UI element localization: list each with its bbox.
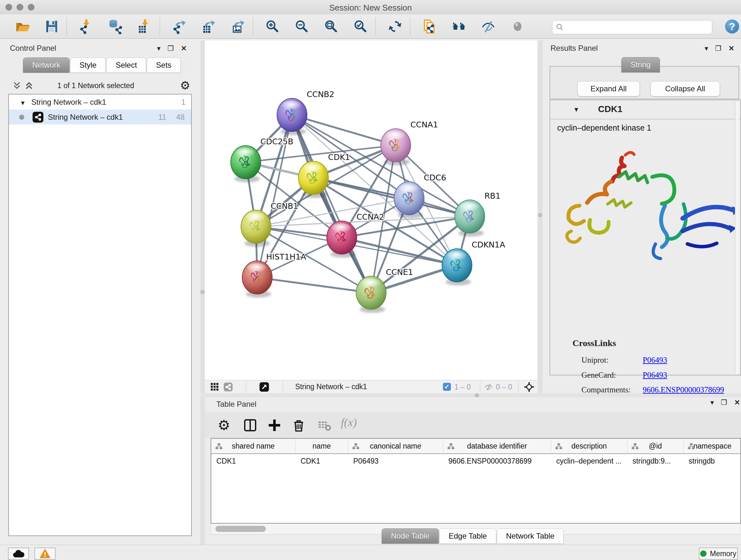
- open-in-new-window-icon[interactable]: [259, 382, 269, 392]
- panel-menu-icon[interactable]: ▾: [704, 45, 708, 52]
- right-splitter-knob[interactable]: [538, 213, 542, 217]
- collapse-all-button[interactable]: Collapse All: [650, 81, 720, 97]
- import-database-button[interactable]: [108, 19, 123, 34]
- panel-menu-icon[interactable]: ▾: [711, 399, 714, 406]
- network-node-CDC6[interactable]: [394, 182, 424, 219]
- network-node-CCNB1[interactable]: [241, 210, 271, 247]
- column-header-name[interactable]: name: [295, 439, 348, 453]
- tab-sets[interactable]: Sets: [147, 57, 181, 73]
- network-options-gear-icon[interactable]: ⚙: [180, 79, 190, 92]
- column-header-shared-name[interactable]: shared name: [211, 439, 295, 453]
- table-row[interactable]: CDK1CDK1P064939606.ENSP00000378699cyclin…: [211, 454, 740, 468]
- table-settings-gear-icon[interactable]: ⚙: [218, 418, 233, 433]
- document-share-button[interactable]: [422, 19, 437, 34]
- delete-column-trash-icon[interactable]: [291, 418, 307, 433]
- left-splitter-knob[interactable]: [200, 290, 205, 294]
- network-node-CCNA2[interactable]: [327, 221, 357, 258]
- home-pair-button[interactable]: [451, 19, 467, 34]
- network-node-CDC25B[interactable]: [231, 145, 261, 182]
- tab-node-table[interactable]: Node Table: [382, 528, 439, 544]
- export-network-button[interactable]: [172, 19, 187, 34]
- node-table: shared namenamecanonical namedatabase id…: [211, 438, 741, 523]
- zoom-fit-button[interactable]: [324, 19, 339, 34]
- tab-edge-table[interactable]: Edge Table: [440, 528, 496, 544]
- column-header-namespace[interactable]: namespace: [684, 439, 741, 453]
- network-view-title: String Network – cdk1: [295, 382, 367, 391]
- create-column-plus-icon[interactable]: [267, 418, 282, 433]
- expand-all-button[interactable]: Expand All: [577, 81, 640, 97]
- column-header-@id[interactable]: @id: [627, 439, 684, 453]
- tab-select[interactable]: Select: [106, 57, 146, 73]
- warnings-button[interactable]: [35, 548, 56, 560]
- search-input[interactable]: [566, 21, 708, 33]
- open-session-button[interactable]: [15, 19, 30, 34]
- left-splitter[interactable]: [200, 41, 205, 545]
- tab-style[interactable]: Style: [70, 57, 106, 73]
- gene-collapse-triangle-icon[interactable]: ▼: [573, 106, 580, 113]
- network-node-CCNA1[interactable]: [381, 129, 411, 165]
- network-selection-summary: 1 of 1 Network selected: [6, 81, 185, 90]
- export-table-button[interactable]: [201, 19, 216, 34]
- scrollbar-thumb[interactable]: [215, 526, 266, 532]
- network-node-CCNE1[interactable]: [356, 276, 386, 313]
- network-node-CDK1[interactable]: [298, 161, 328, 198]
- panel-close-icon[interactable]: ✕: [729, 45, 734, 52]
- network-row[interactable]: String Network – cdk1 11 48: [9, 110, 191, 125]
- network-edge-count: 48: [176, 113, 185, 122]
- column-header-canonical-name[interactable]: canonical name: [348, 439, 443, 453]
- results-scrollbar[interactable]: [735, 102, 739, 374]
- zoom-out-button[interactable]: [294, 19, 310, 34]
- view-eye-button[interactable]: [510, 19, 525, 34]
- zoom-selected-button[interactable]: [353, 19, 368, 34]
- help-icon[interactable]: ?: [725, 19, 739, 34]
- network-node-HIST1H1A[interactable]: [242, 261, 272, 298]
- export-image-button[interactable]: [230, 19, 246, 34]
- zoom-in-button[interactable]: [265, 19, 280, 34]
- string-style-icon[interactable]: [223, 382, 233, 392]
- panel-close-icon[interactable]: ✕: [181, 45, 187, 52]
- column-type-icon: [631, 442, 639, 450]
- tab-network-table[interactable]: Network Table: [497, 528, 564, 544]
- tab-string[interactable]: String: [621, 57, 660, 72]
- right-splitter[interactable]: [538, 41, 542, 393]
- cloud-status-button[interactable]: [8, 548, 29, 560]
- panel-close-icon[interactable]: ✕: [734, 399, 740, 406]
- function-builder-icon[interactable]: f(x): [341, 416, 369, 431]
- gene-header[interactable]: ▼ CDK1: [550, 100, 740, 119]
- birdseye-grid-icon[interactable]: [210, 382, 219, 392]
- save-session-button[interactable]: [44, 19, 59, 34]
- panel-float-icon[interactable]: ❐: [721, 399, 727, 406]
- search-box: [552, 20, 712, 34]
- import-table-button[interactable]: [137, 19, 152, 34]
- table-panel-title: Table Panel: [216, 400, 256, 409]
- tab-network[interactable]: Network: [23, 57, 70, 73]
- network-node-CDKN1A[interactable]: [442, 249, 472, 286]
- crosslink-label: Compartments:: [582, 385, 630, 394]
- gene-description: cyclin–dependent kinase 1: [557, 123, 651, 132]
- fit-selected-crosshair-icon[interactable]: [523, 381, 535, 393]
- network-canvas[interactable]: CCNB2CCNA1CDC25BCDK1CDC6RB1CCNB1CCNA2CDK…: [205, 41, 537, 380]
- column-type-icon: [215, 442, 223, 450]
- network-collection-row[interactable]: ▼ String Network – cdk1 1: [9, 95, 191, 110]
- crosslink-link[interactable]: 9606.ENSP00000378699: [643, 385, 724, 394]
- hide-panel-eye-button[interactable]: [481, 19, 496, 34]
- panel-float-icon[interactable]: ❐: [715, 45, 722, 52]
- refresh-button[interactable]: [387, 19, 403, 34]
- column-header-description[interactable]: description: [551, 439, 627, 453]
- collection-expand-triangle-icon[interactable]: ▼: [20, 100, 26, 107]
- panel-float-icon[interactable]: ❐: [167, 45, 174, 52]
- panel-menu-icon[interactable]: ▾: [157, 45, 160, 52]
- collection-count: 1: [181, 98, 185, 107]
- show-columns-icon[interactable]: [243, 418, 258, 433]
- separator: [518, 381, 519, 392]
- memory-button[interactable]: Memory: [699, 548, 738, 560]
- network-node-RB1[interactable]: [455, 200, 485, 237]
- toolbar-separator: [253, 17, 253, 35]
- column-header-database-identifier[interactable]: database identifier: [443, 439, 551, 453]
- delete-table-icon[interactable]: [317, 418, 332, 433]
- crosslink-link[interactable]: P06493: [643, 371, 667, 380]
- crosslink-link[interactable]: P06493: [643, 356, 667, 365]
- import-network-button[interactable]: [78, 19, 94, 34]
- selected-nodes-checkbox-icon[interactable]: ✓: [443, 383, 451, 391]
- network-node-CCNB2[interactable]: [277, 98, 307, 135]
